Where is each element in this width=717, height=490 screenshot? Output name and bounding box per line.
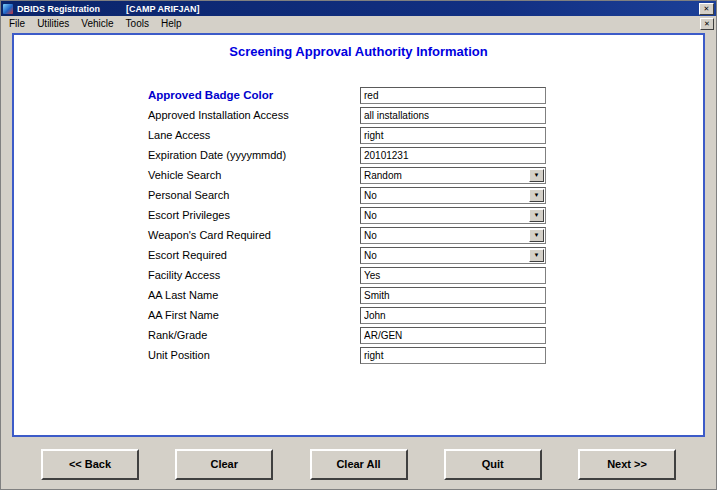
facility-access-label: Facility Access (148, 269, 360, 281)
aa-last-name-input[interactable] (360, 287, 546, 304)
form-panel: Screening Approval Authority Information… (12, 33, 705, 437)
weapons-card-required-select[interactable]: No▼ (360, 227, 546, 244)
back-button[interactable]: << Back (41, 449, 139, 480)
form-row-escort-required: Escort RequiredNo▼ (148, 245, 703, 265)
page-title: Screening Approval Authority Information (14, 35, 703, 59)
weapons-card-required-value: No (364, 230, 377, 241)
approved-badge-color-label: Approved Badge Color (148, 89, 360, 101)
app-icon (3, 4, 13, 14)
app-window: DBIDS Registration [CAMP ARIFJAN] ✕ File… (0, 0, 717, 490)
menu-item-help[interactable]: Help (155, 17, 188, 30)
aa-first-name-label: AA First Name (148, 309, 360, 321)
aa-last-name-label: AA Last Name (148, 289, 360, 301)
unit-position-label: Unit Position (148, 349, 360, 361)
vehicle-search-value: Random (364, 170, 402, 181)
form-row-aa-first-name: AA First Name (148, 305, 703, 325)
escort-required-value: No (364, 250, 377, 261)
chevron-down-icon[interactable]: ▼ (529, 249, 544, 262)
menu-item-utilities[interactable]: Utilities (31, 17, 75, 30)
weapons-card-required-label: Weapon's Card Required (148, 229, 360, 241)
menu-items: FileUtilitiesVehicleToolsHelp (3, 18, 188, 29)
next-button[interactable]: Next >> (578, 449, 676, 480)
personal-search-value: No (364, 190, 377, 201)
vehicle-search-label: Vehicle Search (148, 169, 360, 181)
facility-access-input[interactable] (360, 267, 546, 284)
menu-item-file[interactable]: File (3, 17, 31, 30)
form-row-personal-search: Personal SearchNo▼ (148, 185, 703, 205)
close-icon[interactable]: ✕ (699, 3, 714, 15)
menu-item-vehicle[interactable]: Vehicle (75, 17, 119, 30)
unit-position-input[interactable] (360, 347, 546, 364)
window-subtitle: [CAMP ARIFJAN] (126, 4, 200, 14)
aa-first-name-input[interactable] (360, 307, 546, 324)
personal-search-select[interactable]: No▼ (360, 187, 546, 204)
lane-access-input[interactable] (360, 127, 546, 144)
approved-installation-access-label: Approved Installation Access (148, 109, 360, 121)
menu-bar: FileUtilitiesVehicleToolsHelp ✕ (1, 16, 716, 31)
escort-privileges-value: No (364, 210, 377, 221)
rank-grade-input[interactable] (360, 327, 546, 344)
quit-button[interactable]: Quit (444, 449, 542, 480)
personal-search-label: Personal Search (148, 189, 360, 201)
form-row-approved-installation-access: Approved Installation Access (148, 105, 703, 125)
form-row-lane-access: Lane Access (148, 125, 703, 145)
form-row-rank-grade: Rank/Grade (148, 325, 703, 345)
chevron-down-icon[interactable]: ▼ (529, 209, 544, 222)
form-row-aa-last-name: AA Last Name (148, 285, 703, 305)
approved-badge-color-input[interactable] (360, 87, 546, 104)
form-row-vehicle-search: Vehicle SearchRandom▼ (148, 165, 703, 185)
escort-privileges-select[interactable]: No▼ (360, 207, 546, 224)
clear-all-button[interactable]: Clear All (310, 449, 408, 480)
menu-item-tools[interactable]: Tools (120, 17, 155, 30)
form-row-approved-badge-color: Approved Badge Color (148, 85, 703, 105)
clear-button[interactable]: Clear (175, 449, 273, 480)
chevron-down-icon[interactable]: ▼ (529, 189, 544, 202)
escort-required-select[interactable]: No▼ (360, 247, 546, 264)
chevron-down-icon[interactable]: ▼ (529, 169, 544, 182)
form-row-expiration-date: Expiration Date (yyyymmdd) (148, 145, 703, 165)
lane-access-label: Lane Access (148, 129, 360, 141)
chevron-down-icon[interactable]: ▼ (529, 229, 544, 242)
form-rows: Approved Badge ColorApproved Installatio… (14, 85, 703, 365)
vehicle-search-select[interactable]: Random▼ (360, 167, 546, 184)
rank-grade-label: Rank/Grade (148, 329, 360, 341)
expiration-date-input[interactable] (360, 147, 546, 164)
button-bar: << BackClearClear AllQuitNext >> (1, 439, 716, 489)
form-row-unit-position: Unit Position (148, 345, 703, 365)
form-row-weapons-card-required: Weapon's Card RequiredNo▼ (148, 225, 703, 245)
child-close-icon[interactable]: ✕ (700, 18, 714, 30)
window-title: DBIDS Registration (17, 4, 100, 14)
form-row-escort-privileges: Escort PrivilegesNo▼ (148, 205, 703, 225)
approved-installation-access-input[interactable] (360, 107, 546, 124)
form-row-facility-access: Facility Access (148, 265, 703, 285)
title-bar: DBIDS Registration [CAMP ARIFJAN] ✕ (1, 1, 716, 16)
escort-privileges-label: Escort Privileges (148, 209, 360, 221)
expiration-date-label: Expiration Date (yyyymmdd) (148, 149, 360, 161)
main-area: Screening Approval Authority Information… (1, 31, 716, 439)
escort-required-label: Escort Required (148, 249, 360, 261)
